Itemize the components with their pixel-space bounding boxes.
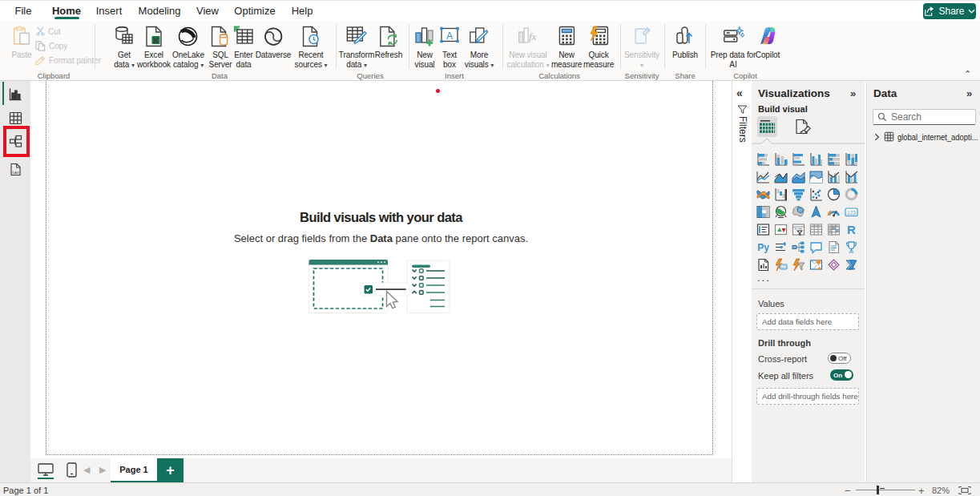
svg-text:DAX: DAX bbox=[12, 171, 19, 175]
svg-text:A: A bbox=[446, 30, 453, 42]
svg-text:123: 123 bbox=[780, 264, 787, 268]
svg-text:fx: fx bbox=[529, 30, 537, 42]
svg-text:123: 123 bbox=[847, 209, 856, 215]
svg-text:R: R bbox=[847, 223, 856, 236]
svg-text:Py: Py bbox=[757, 242, 769, 253]
svg-text:X: X bbox=[154, 37, 159, 44]
